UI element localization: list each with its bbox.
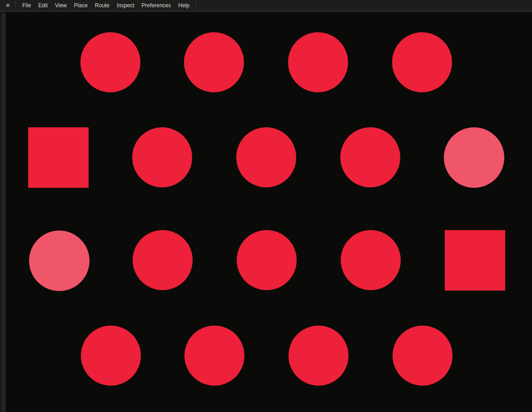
menu-route[interactable]: Route (91, 0, 113, 11)
app-star-icon: ✳ (0, 0, 15, 11)
menu-place[interactable]: Place (70, 0, 91, 11)
pad-square[interactable] (445, 230, 505, 291)
menu-view[interactable]: View (51, 0, 70, 11)
menubar: ✳ File Edit View Place Route Inspect Pre… (0, 0, 532, 12)
pad-circle[interactable] (184, 326, 244, 386)
pad-circle[interactable] (81, 326, 141, 386)
pad-layer (0, 0, 532, 412)
pad-circle[interactable] (237, 230, 297, 290)
menubar-separator (15, 1, 16, 10)
pad-circle[interactable] (341, 230, 401, 290)
pad-circle[interactable] (288, 32, 348, 92)
menu-edit[interactable]: Edit (35, 0, 51, 11)
pad-circle-highlighted[interactable] (444, 127, 504, 188)
pad-circle-highlighted[interactable] (29, 231, 89, 291)
menu-file[interactable]: File (19, 0, 35, 11)
pad-circle[interactable] (392, 32, 452, 92)
left-toolbar-rail (0, 13, 6, 412)
pad-circle[interactable] (133, 230, 193, 290)
menu-help[interactable]: Help (174, 0, 193, 11)
menu-inspect[interactable]: Inspect (113, 0, 138, 11)
menubar-separator (196, 1, 196, 10)
pad-circle[interactable] (80, 32, 140, 92)
pad-circle[interactable] (184, 32, 244, 92)
pad-circle[interactable] (393, 326, 452, 386)
pad-circle[interactable] (340, 127, 400, 187)
pad-circle[interactable] (236, 127, 296, 187)
pad-circle[interactable] (132, 127, 192, 187)
pad-square[interactable] (28, 127, 89, 188)
menu-preferences[interactable]: Preferences (138, 0, 175, 11)
menubar-items: File Edit View Place Route Inspect Prefe… (19, 0, 193, 11)
pad-circle[interactable] (288, 326, 348, 386)
